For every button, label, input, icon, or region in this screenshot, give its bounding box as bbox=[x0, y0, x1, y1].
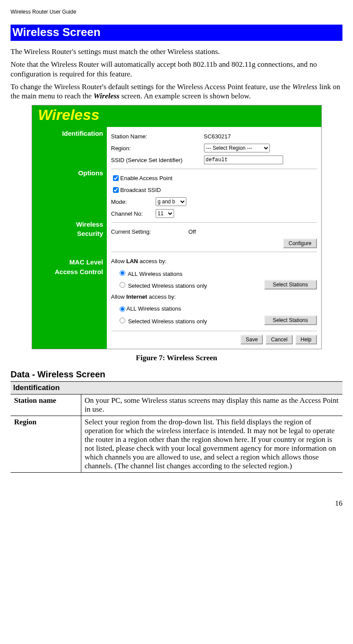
sidebar-options: Options bbox=[34, 169, 103, 177]
row-station-name-key: Station name bbox=[11, 394, 81, 416]
current-setting-label: Current Setting: bbox=[111, 228, 186, 235]
para-2: Note that the Wireless Router will autom… bbox=[11, 60, 342, 79]
cancel-button[interactable]: Cancel bbox=[266, 335, 292, 344]
figure-caption: Figure 7: Wireless Screen bbox=[11, 354, 342, 362]
allow-internet-label: Allow Internet access by: bbox=[111, 293, 176, 300]
internet-all-radio[interactable] bbox=[120, 306, 125, 312]
allow-lan-label: Allow LAN access by: bbox=[111, 258, 167, 264]
allow-int-b: Internet bbox=[126, 293, 147, 300]
row-region-val: Select your region from the drop-down li… bbox=[81, 416, 342, 473]
para3-c: screen. An example screen is shown below… bbox=[120, 92, 251, 100]
lan-select-stations-button[interactable]: Select Stations bbox=[264, 280, 317, 289]
help-button[interactable]: Help bbox=[295, 335, 317, 344]
allow-int-c: access by: bbox=[147, 293, 176, 300]
mode-label: Mode: bbox=[111, 199, 153, 205]
channel-label: Channel No: bbox=[111, 210, 153, 217]
lan-all-label: ALL Wireless stations bbox=[127, 271, 182, 277]
lan-all-radio[interactable] bbox=[120, 270, 125, 276]
row-region-key: Region bbox=[11, 416, 81, 473]
sidebar-wireless-security-2: Security bbox=[34, 230, 103, 237]
figure: Wireless Identification Options Wireless… bbox=[32, 105, 322, 349]
enable-ap-checkbox[interactable] bbox=[113, 175, 119, 181]
region-label: Region: bbox=[111, 145, 201, 152]
mode-select[interactable]: g and b bbox=[156, 197, 186, 206]
figure-content: Station Name: SC630217 Region: --- Selec… bbox=[107, 127, 321, 349]
ssid-input[interactable] bbox=[204, 156, 283, 164]
para-3: To change the Wireless Router's default … bbox=[11, 82, 342, 101]
table-row: Region Select your region from the drop-… bbox=[11, 416, 342, 473]
station-name-value: SC630217 bbox=[204, 133, 231, 140]
broadcast-ssid-checkbox[interactable] bbox=[113, 187, 119, 193]
para3-em1: Wireless bbox=[292, 83, 317, 91]
data-table: Identification Station name On your PC, … bbox=[11, 381, 342, 473]
internet-all-label: ALL Wireless stations bbox=[127, 305, 182, 312]
ssid-label: SSID (Service Set Identifier) bbox=[111, 157, 201, 163]
table-row: Station name On your PC, some Wireless s… bbox=[11, 394, 342, 416]
para-1: The Wireless Router's settings must matc… bbox=[11, 47, 342, 56]
current-setting-value: Off bbox=[189, 228, 196, 235]
save-button[interactable]: Save bbox=[240, 335, 263, 344]
lan-selected-label: Selected Wireless stations only bbox=[128, 282, 207, 289]
enable-ap-label: Enable Access Point bbox=[120, 175, 173, 181]
sidebar-mac-level-2: Access Control bbox=[34, 268, 103, 275]
lan-selected-radio[interactable] bbox=[120, 282, 125, 288]
configure-button[interactable]: Configure bbox=[283, 239, 317, 248]
broadcast-ssid-label: Broadcast SSID bbox=[120, 187, 161, 193]
station-name-label: Station Name: bbox=[111, 133, 201, 140]
figure-sidebar: Identification Options Wireless Security… bbox=[32, 127, 107, 349]
sidebar-wireless-security-1: Wireless bbox=[34, 221, 103, 228]
table-group-identification: Identification bbox=[11, 382, 342, 394]
allow-lan-c: access by: bbox=[138, 258, 167, 264]
allow-lan-b: LAN bbox=[126, 258, 138, 264]
internet-selected-radio[interactable] bbox=[120, 318, 125, 323]
section-heading: Wireless Screen bbox=[11, 25, 342, 41]
sidebar-identification: Identification bbox=[34, 130, 103, 137]
allow-lan-a: Allow bbox=[111, 258, 127, 264]
internet-select-stations-button[interactable]: Select Stations bbox=[264, 315, 317, 325]
row-station-name-val: On your PC, some Wireless status screens… bbox=[81, 394, 342, 416]
figure-wrapper: Wireless Identification Options Wireless… bbox=[11, 105, 342, 349]
para3-em2: Wireless bbox=[94, 92, 120, 100]
page-number: 16 bbox=[11, 499, 342, 508]
figure-title: Wireless bbox=[32, 105, 321, 127]
internet-selected-label: Selected Wireless stations only bbox=[128, 318, 207, 325]
doc-header: Wireless Router User Guide bbox=[11, 9, 342, 15]
para3-a: To change the Wireless Router's default … bbox=[11, 83, 292, 91]
sidebar-mac-level-1: MAC Level bbox=[34, 258, 103, 266]
figure-body: Identification Options Wireless Security… bbox=[32, 127, 321, 349]
allow-int-a: Allow bbox=[111, 293, 127, 300]
region-select[interactable]: --- Select Region --- bbox=[204, 144, 270, 152]
channel-select[interactable]: 11 bbox=[156, 209, 174, 218]
data-subheading: Data - Wireless Screen bbox=[11, 369, 342, 380]
